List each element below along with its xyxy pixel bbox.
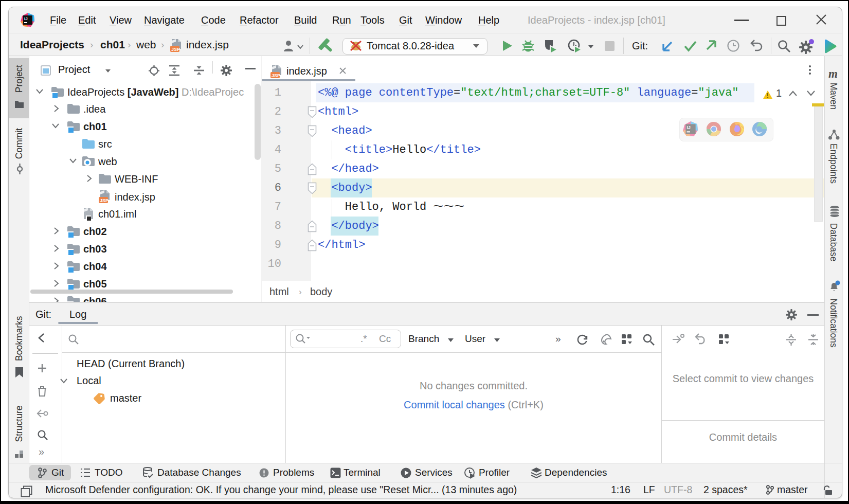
svg-text:JSP: JSP	[100, 198, 109, 203]
svg-text:IJ: IJ	[24, 16, 28, 21]
svg-text:JSP: JSP	[272, 73, 280, 78]
svg-text:IJ: IJ	[687, 125, 691, 130]
svg-text:JSP: JSP	[171, 47, 180, 52]
